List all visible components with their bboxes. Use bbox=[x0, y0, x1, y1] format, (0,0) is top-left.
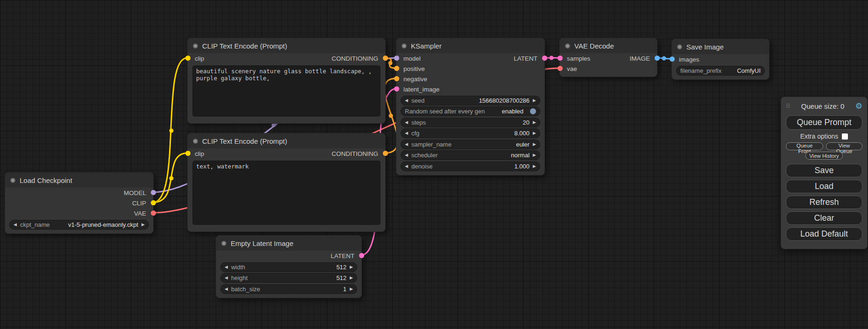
increment-arrow-icon[interactable]: ▶ bbox=[141, 223, 145, 227]
node-clip-text-encode-negative[interactable]: CLIP Text Encode (Prompt) clip CONDITION… bbox=[187, 133, 386, 232]
decrement-arrow-icon[interactable]: ◀ bbox=[405, 120, 408, 125]
widget-cfg[interactable]: ◀ cfg 8.000 ▶ bbox=[401, 128, 540, 138]
widget-width[interactable]: ◀ width 512 ▶ bbox=[220, 262, 357, 272]
input-slot-samples[interactable] bbox=[557, 56, 563, 61]
input-slot-clip[interactable] bbox=[185, 56, 191, 61]
output-label: IMAGE bbox=[629, 55, 650, 62]
output-slot-conditioning[interactable] bbox=[383, 56, 388, 61]
widget-sampler-name[interactable]: ◀ sampler_name euler ▶ bbox=[401, 140, 540, 149]
slot-row: positive bbox=[396, 63, 544, 74]
node-title-bar[interactable]: CLIP Text Encode (Prompt) bbox=[188, 38, 385, 53]
decrement-arrow-icon[interactable]: ◀ bbox=[225, 265, 228, 269]
node-load-checkpoint[interactable]: Load Checkpoint MODEL CLIP VAE ◀ ckpt_na… bbox=[5, 172, 154, 234]
node-save-image[interactable]: Save Image images filename_prefix ComfyU… bbox=[671, 39, 769, 80]
collapse-dot-icon[interactable] bbox=[402, 43, 407, 49]
node-ksampler[interactable]: KSampler model LATENT positive negative … bbox=[396, 38, 545, 175]
output-slot-vae[interactable] bbox=[151, 210, 156, 216]
view-queue-button[interactable]: View Queue bbox=[826, 142, 862, 150]
decrement-arrow-icon[interactable]: ◀ bbox=[405, 131, 408, 135]
node-empty-latent-image[interactable]: Empty Latent Image LATENT ◀ width 512 ▶ … bbox=[216, 235, 362, 298]
queue-front-button[interactable]: Queue Front bbox=[786, 142, 823, 150]
save-button[interactable]: Save bbox=[786, 164, 862, 177]
input-slot-clip[interactable] bbox=[185, 151, 191, 156]
decrement-arrow-icon[interactable]: ◀ bbox=[405, 153, 408, 157]
decrement-arrow-icon[interactable]: ◀ bbox=[405, 98, 408, 103]
collapse-dot-icon[interactable] bbox=[193, 139, 198, 144]
node-vae-decode[interactable]: VAE Decode samples IMAGE vae bbox=[559, 38, 657, 77]
widget-denoise[interactable]: ◀ denoise 1.000 ▶ bbox=[401, 161, 540, 171]
output-slot-model[interactable] bbox=[151, 190, 156, 195]
decrement-arrow-icon[interactable]: ◀ bbox=[225, 287, 228, 291]
settings-gear-icon[interactable]: ⚙ bbox=[855, 101, 862, 111]
negative-prompt-textarea[interactable]: text, watermark bbox=[192, 161, 381, 225]
load-default-button[interactable]: Load Default bbox=[786, 227, 862, 241]
widget-scheduler[interactable]: ◀ scheduler normal ▶ bbox=[401, 150, 540, 160]
input-slot-images[interactable] bbox=[670, 56, 675, 62]
toggle-knob-icon[interactable] bbox=[530, 108, 536, 114]
increment-arrow-icon[interactable]: ▶ bbox=[533, 164, 536, 168]
input-label: clip bbox=[195, 55, 204, 62]
drag-handle-icon[interactable]: ⠿ bbox=[786, 103, 790, 110]
input-slot-vae[interactable] bbox=[557, 66, 563, 71]
collapse-dot-icon[interactable] bbox=[565, 43, 570, 49]
node-title-bar[interactable]: VAE Decode bbox=[560, 38, 657, 53]
increment-arrow-icon[interactable]: ▶ bbox=[533, 120, 536, 125]
input-slot-negative[interactable] bbox=[394, 76, 399, 81]
decrement-arrow-icon[interactable]: ◀ bbox=[14, 223, 17, 227]
increment-arrow-icon[interactable]: ▶ bbox=[350, 276, 353, 280]
node-title-bar[interactable]: KSampler bbox=[396, 38, 544, 53]
increment-arrow-icon[interactable]: ▶ bbox=[533, 98, 536, 103]
positive-prompt-textarea[interactable]: beautiful scenery nature glass bottle la… bbox=[192, 65, 381, 117]
widget-name: scheduler bbox=[411, 152, 438, 159]
widget-ckpt-name[interactable]: ◀ ckpt_name v1-5-pruned-emaonly.ckpt ▶ bbox=[9, 220, 149, 230]
node-title-bar[interactable]: Empty Latent Image bbox=[216, 236, 361, 251]
extra-options-checkbox[interactable] bbox=[842, 133, 848, 140]
decrement-arrow-icon[interactable]: ◀ bbox=[405, 142, 408, 147]
node-title-bar[interactable]: Save Image bbox=[672, 39, 769, 54]
node-clip-text-encode-positive[interactable]: CLIP Text Encode (Prompt) clip CONDITION… bbox=[187, 38, 386, 124]
slot-row: CLIP bbox=[5, 198, 153, 208]
clear-button[interactable]: Clear bbox=[786, 211, 862, 225]
collapse-dot-icon[interactable] bbox=[10, 178, 15, 183]
output-label: VAE bbox=[134, 210, 146, 217]
input-label: model bbox=[403, 55, 421, 62]
input-slot-latent-image[interactable] bbox=[394, 86, 399, 91]
node-title-bar[interactable]: Load Checkpoint bbox=[5, 173, 153, 188]
output-slot-clip[interactable] bbox=[151, 200, 156, 205]
widget-steps[interactable]: ◀ steps 20 ▶ bbox=[401, 118, 540, 127]
output-slot-image[interactable] bbox=[655, 56, 660, 61]
refresh-button[interactable]: Refresh bbox=[786, 196, 862, 209]
output-slot-conditioning[interactable] bbox=[383, 151, 388, 156]
collapse-dot-icon[interactable] bbox=[221, 241, 226, 246]
queue-buttons-row: Queue Front View Queue bbox=[786, 142, 862, 150]
collapse-dot-icon[interactable] bbox=[677, 44, 682, 49]
increment-arrow-icon[interactable]: ▶ bbox=[533, 153, 536, 157]
increment-arrow-icon[interactable]: ▶ bbox=[350, 265, 353, 269]
widget-value: normal bbox=[511, 152, 529, 159]
load-button[interactable]: Load bbox=[786, 180, 862, 193]
widget-filename-prefix[interactable]: filename_prefix ComfyUI bbox=[676, 66, 765, 76]
output-label: MODEL bbox=[124, 189, 146, 196]
widget-batch-size[interactable]: ◀ batch_size 1 ▶ bbox=[220, 284, 357, 294]
node-title-bar[interactable]: CLIP Text Encode (Prompt) bbox=[188, 133, 385, 148]
widget-height[interactable]: ◀ height 512 ▶ bbox=[220, 273, 357, 283]
output-slot-latent[interactable] bbox=[542, 56, 547, 61]
increment-arrow-icon[interactable]: ▶ bbox=[533, 131, 536, 135]
increment-arrow-icon[interactable]: ▶ bbox=[533, 142, 536, 147]
widget-seed[interactable]: ◀ seed 156680208700286 ▶ bbox=[401, 96, 540, 105]
increment-arrow-icon[interactable]: ▶ bbox=[350, 287, 353, 291]
collapse-dot-icon[interactable] bbox=[193, 43, 198, 49]
output-slot-latent[interactable] bbox=[359, 253, 364, 258]
widget-name: seed bbox=[411, 97, 424, 104]
queue-prompt-button[interactable]: Queue Prompt bbox=[786, 115, 862, 130]
widget-value: enabled bbox=[502, 108, 523, 115]
widget-random-seed-toggle[interactable]: Random seed after every gen enabled bbox=[401, 106, 540, 116]
input-slot-model[interactable] bbox=[394, 56, 399, 61]
view-history-button[interactable]: View History bbox=[805, 152, 843, 160]
input-slot-positive[interactable] bbox=[394, 66, 399, 71]
comfy-menu-panel: ⠿ Queue size: 0 ⚙ Queue Prompt Extra opt… bbox=[781, 97, 868, 249]
node-graph-canvas[interactable]: Load Checkpoint MODEL CLIP VAE ◀ ckpt_na… bbox=[0, 0, 868, 329]
widget-name: Random seed after every gen bbox=[405, 108, 485, 115]
decrement-arrow-icon[interactable]: ◀ bbox=[225, 276, 228, 280]
decrement-arrow-icon[interactable]: ◀ bbox=[405, 164, 408, 168]
